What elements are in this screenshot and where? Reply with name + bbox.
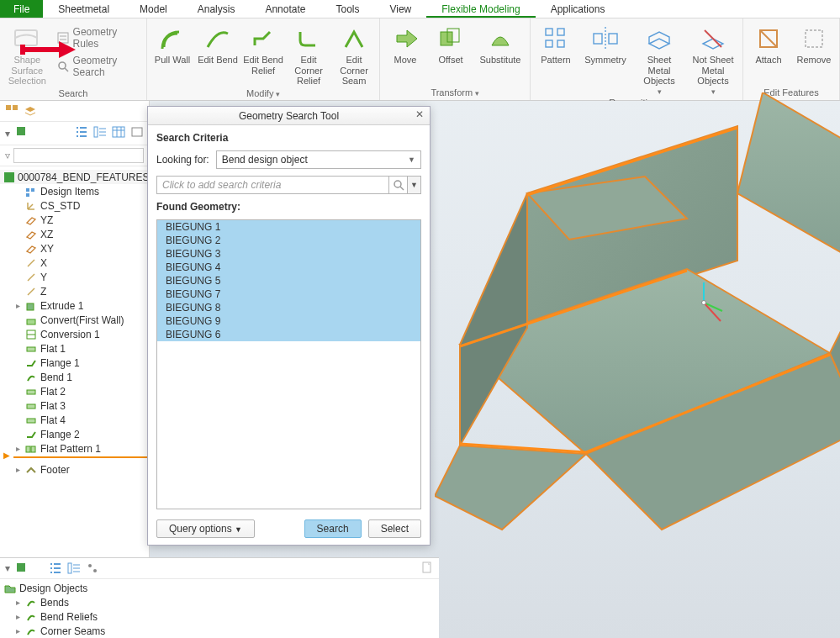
tree-item[interactable]: YZ <box>0 213 149 227</box>
tree-item[interactable]: Flat 1 <box>0 341 149 356</box>
shape-surface-button[interactable]: Shape Surface Selection <box>5 22 50 87</box>
tree-list-icon[interactable] <box>75 125 88 141</box>
pattern-button[interactable]: Pattern <box>536 22 576 66</box>
do-list-icon[interactable] <box>49 562 62 575</box>
tree-item[interactable]: Design Items <box>0 184 149 198</box>
tree-item[interactable]: Bend 1 <box>0 370 149 384</box>
not-sheetmetal-objects-button[interactable]: Not Sheet Metal Objects▾ <box>689 22 737 96</box>
attach-button[interactable]: Attach <box>748 22 789 66</box>
menu-view[interactable]: View <box>374 0 426 18</box>
tree-extra-icon[interactable] <box>130 125 144 141</box>
not-sheetmetal-icon <box>698 24 728 54</box>
svg-rect-20 <box>132 128 142 136</box>
tree-item[interactable]: Flat 3 <box>0 398 149 413</box>
tree-item[interactable]: Flange 1 <box>0 356 149 370</box>
tree-item[interactable]: ▸Extrude 1 <box>0 298 149 313</box>
looking-for-select[interactable]: Bend design object ▼ <box>216 150 421 169</box>
tree-item[interactable]: ▸Flat Pattern 1 <box>0 441 149 456</box>
tree-item[interactable]: Flange 2 <box>0 427 149 441</box>
result-item[interactable]: BIEGUNG 7 <box>157 287 420 301</box>
result-item[interactable]: BIEGUNG 9 <box>157 314 420 328</box>
geometry-rules-button[interactable]: Geometry Rules <box>55 25 141 50</box>
axis-icon <box>24 286 38 298</box>
symmetry-button[interactable]: Symmetry <box>581 22 630 66</box>
tree-item[interactable]: Convert(First Wall) <box>0 313 149 327</box>
result-item[interactable]: BIEGUNG 1 <box>157 220 420 234</box>
tree-filter-input[interactable] <box>13 148 144 163</box>
plane-icon <box>24 214 38 226</box>
dialog-titlebar[interactable]: Geometry Search Tool ✕ <box>148 107 430 125</box>
menu-tools[interactable]: Tools <box>320 0 374 18</box>
tree-detail-icon[interactable] <box>93 125 107 141</box>
tree-item[interactable]: XZ <box>0 227 149 241</box>
result-item[interactable]: BIEGUNG 8 <box>157 301 420 314</box>
tree-item[interactable]: Flat 2 <box>0 384 149 398</box>
tree-item[interactable]: CS_STD <box>0 198 149 213</box>
result-item[interactable]: BIEGUNG 3 <box>157 247 420 261</box>
move-button[interactable]: Move <box>385 22 425 66</box>
tree-item[interactable]: X <box>0 256 149 270</box>
svg-rect-15 <box>6 105 11 110</box>
flatpat-icon <box>24 443 38 455</box>
query-options-button[interactable]: Query options ▼ <box>156 519 255 538</box>
svg-rect-26 <box>27 319 35 324</box>
design-object-item[interactable]: ▸Bend Reliefs <box>0 609 439 624</box>
menu-file[interactable]: File <box>0 0 43 18</box>
geometry-search-button[interactable]: Geometry Search <box>55 54 141 79</box>
criteria-input[interactable]: Click to add search criteria <box>156 176 389 194</box>
menu-annotate[interactable]: Annotate <box>250 0 320 18</box>
do-cube-icon[interactable] <box>15 562 29 575</box>
conversion-icon <box>24 329 38 340</box>
tree-layout-icon[interactable] <box>5 104 18 118</box>
found-geometry-list[interactable]: BIEGUNG 1BIEGUNG 2BIEGUNG 3BIEGUNG 4BIEG… <box>156 219 421 509</box>
sheetmetal-objects-button[interactable]: Sheet Metal Objects▾ <box>635 22 684 96</box>
select-button[interactable]: Select <box>368 519 421 538</box>
menu-sheetmetal[interactable]: Sheetmetal <box>43 0 124 18</box>
rules-icon <box>56 31 70 45</box>
do-folder-icon <box>3 583 17 594</box>
edit-bend-relief-button[interactable]: Edit Bend Relief <box>243 22 283 76</box>
insert-here-marker[interactable] <box>13 456 149 458</box>
menu-flexible-modeling[interactable]: Flexible Modeling <box>426 0 535 18</box>
offset-button[interactable]: Offset <box>431 22 471 66</box>
flange-icon <box>24 357 38 369</box>
tree-root[interactable]: 0000784_BEND_FEATURES.PRT <box>0 170 149 184</box>
result-item[interactable]: BIEGUNG 6 <box>157 328 420 341</box>
criteria-dropdown-button[interactable]: ▼ <box>408 176 421 194</box>
tree-item[interactable]: Conversion 1 <box>0 327 149 341</box>
result-item[interactable]: BIEGUNG 4 <box>157 261 420 274</box>
tree-layers-icon[interactable] <box>24 104 37 118</box>
geometry-search-dialog: Geometry Search Tool ✕ Search Criteria L… <box>147 106 431 546</box>
design-objects-root[interactable]: Design Objects <box>0 581 439 595</box>
edit-corner-seam-button[interactable]: Edit Corner Seam <box>334 22 374 87</box>
edit-corner-relief-button[interactable]: Edit Corner Relief <box>288 22 329 87</box>
pull-wall-button[interactable]: Pull Wall <box>152 22 193 66</box>
result-item[interactable]: BIEGUNG 5 <box>157 274 420 287</box>
filter-toggle-icon[interactable]: ▾ <box>5 128 10 140</box>
remove-button[interactable]: Remove <box>794 22 834 66</box>
do-detail-icon[interactable] <box>67 562 81 575</box>
tree-table-icon[interactable] <box>112 125 125 141</box>
tree-item[interactable]: Flat 4 <box>0 413 149 427</box>
tree-item[interactable]: XY <box>0 241 149 256</box>
criteria-search-icon[interactable] <box>389 176 408 194</box>
close-icon[interactable]: ✕ <box>413 108 426 122</box>
view-cube-icon[interactable] <box>15 125 29 141</box>
tree-item[interactable]: Z <box>0 284 149 298</box>
substitute-button[interactable]: Substitute <box>476 22 525 66</box>
do-settings-icon[interactable] <box>86 562 99 575</box>
design-object-item[interactable]: ▸Corner Seams <box>0 624 439 638</box>
menu-analysis[interactable]: Analysis <box>182 0 251 18</box>
filter-toggle-icon[interactable]: ▾ <box>5 562 10 574</box>
tree-item[interactable]: Y <box>0 270 149 284</box>
menu-model[interactable]: Model <box>124 0 182 18</box>
tree-footer[interactable]: ▸ Footer <box>0 459 149 473</box>
menu-applications[interactable]: Applications <box>536 0 621 18</box>
result-item[interactable]: BIEGUNG 2 <box>157 234 420 247</box>
edit-bend-button[interactable]: Edit Bend <box>198 22 238 66</box>
svg-rect-23 <box>31 188 34 192</box>
funnel-icon[interactable]: ▿ <box>5 150 10 161</box>
search-button[interactable]: Search <box>304 519 362 538</box>
design-object-item[interactable]: ▸Bends <box>0 595 439 609</box>
page-icon[interactable] <box>420 562 434 575</box>
